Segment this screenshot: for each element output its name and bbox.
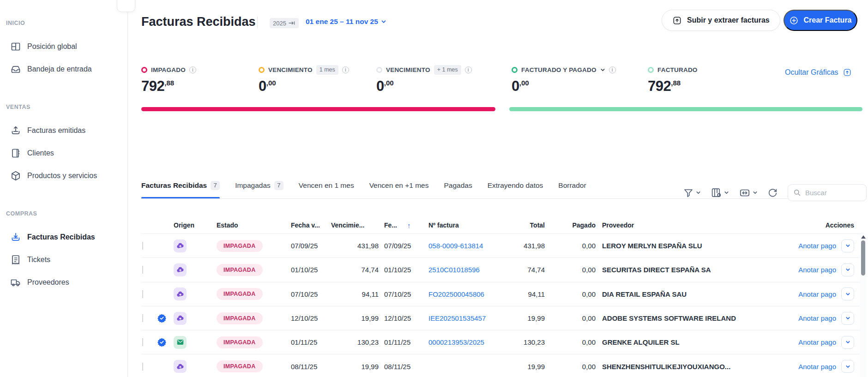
paid-cell: 0,00 (545, 363, 596, 371)
upload-invoices-button[interactable]: Subir y extraer facturas (662, 10, 780, 31)
due-amount-cell: 74,74 (324, 266, 379, 274)
chevron-down-icon (724, 190, 729, 195)
due-amount-cell: 19,99 (324, 363, 379, 371)
chevron-down-icon (845, 243, 850, 248)
tab[interactable]: Extrayendo datos (488, 172, 543, 199)
origin-icon (174, 239, 187, 252)
row-density-button[interactable] (739, 187, 758, 199)
record-payment-link[interactable]: Anotar pago (798, 242, 836, 250)
header-factura[interactable]: Nº factura (420, 221, 496, 229)
tab[interactable]: Pagadas (444, 172, 472, 199)
columns-settings-button[interactable] (711, 187, 729, 198)
header-total[interactable]: Total (496, 221, 545, 229)
scroll-up-arrow[interactable] (861, 235, 866, 239)
search-icon (793, 188, 802, 197)
row-actions-dropdown-button[interactable] (841, 287, 854, 300)
total-cell: 19,99 (496, 314, 545, 322)
row-actions-dropdown-button[interactable] (841, 312, 854, 325)
scrollbar-thumb[interactable] (861, 240, 865, 275)
row-actions-dropdown-button[interactable] (841, 263, 854, 276)
tab-bar: Facturas Recibidas 7 Impagadas 7 Vencen … (141, 172, 586, 199)
row-checkbox[interactable] (142, 242, 143, 250)
chevron-down-icon[interactable] (600, 67, 605, 72)
info-icon[interactable]: i (342, 66, 349, 73)
row-checkbox[interactable] (142, 266, 143, 274)
tab[interactable]: Facturas Recibidas 7 (141, 172, 220, 199)
invoice-number-link[interactable]: 058-0009-613814 (428, 242, 483, 250)
status-badge: IMPAGADA (217, 360, 263, 372)
status-badge: IMPAGADA (217, 264, 263, 276)
search-input[interactable] (805, 189, 856, 197)
row-actions-dropdown-button[interactable] (841, 239, 854, 252)
info-icon[interactable]: i (189, 66, 196, 73)
row-checkbox[interactable] (142, 290, 143, 298)
sidebar-item[interactable]: Clientes (0, 142, 128, 164)
row-checkbox[interactable] (142, 314, 143, 322)
table-row: IMPAGADA 07/10/25 94,11 07/10/25 FO20250… (141, 282, 860, 306)
invoice-number-link[interactable]: IEE202501535457 (428, 314, 486, 322)
invoice-number-link[interactable]: FO202500045806 (428, 290, 484, 298)
sidebar-item-icon (10, 64, 21, 75)
sidebar-item[interactable]: Facturas Recibidas (0, 226, 128, 248)
create-invoice-button[interactable]: Crear Factura (784, 10, 857, 31)
record-payment-link[interactable]: Anotar pago (798, 338, 836, 346)
refresh-button[interactable] (767, 187, 778, 198)
summary-card-value: 792,88 (648, 78, 759, 95)
sidebar-item[interactable]: Productos y servicios (0, 164, 128, 187)
sidebar-item[interactable]: Tickets (0, 248, 128, 271)
row-actions-dropdown-button[interactable] (841, 336, 854, 349)
year-chip[interactable]: 2025 (270, 18, 299, 28)
header-origen[interactable]: Origen (174, 221, 210, 229)
tab[interactable]: Impagadas 7 (235, 172, 283, 199)
tab-label: Borrador (558, 181, 586, 190)
summary-card: IMPAGADO i 792,88 (141, 64, 259, 95)
row-actions-dropdown-button[interactable] (841, 360, 854, 373)
header-estado[interactable]: Estado (210, 221, 284, 229)
total-cell: 431,98 (496, 242, 545, 250)
sidebar-item[interactable]: Bandeja de entrada (0, 58, 128, 80)
hide-charts-link[interactable]: Ocultar Gráficas (785, 68, 852, 77)
status-ring-icon (512, 67, 518, 73)
invoice-number-link[interactable]: 0000213953/2025 (428, 338, 484, 346)
header-proveedor[interactable]: Proveedor (596, 221, 785, 229)
date-cell: 07/09/25 (379, 242, 420, 250)
upload-icon (672, 16, 682, 25)
record-payment-link[interactable]: Anotar pago (798, 266, 836, 274)
sidebar-item[interactable]: Facturas emitidas (0, 119, 128, 142)
sidebar-item-icon (10, 254, 21, 265)
header-vencimiento[interactable]: Vencimie... (324, 221, 379, 229)
summary-card-chip: 1 mes (316, 65, 338, 75)
invoice-number-link[interactable]: 2510C01018596 (428, 266, 480, 274)
date-range-selector[interactable]: 01 ene 25 – 11 nov 25 (306, 18, 386, 26)
sidebar-section-ventas: VENTAS (0, 102, 128, 113)
summary-card: VENCIMIENTO 1 mes i 0,00 (259, 64, 376, 95)
provider-cell: SECURITAS DIRECT ESPAÑA SA (596, 266, 785, 274)
sidebar-collapse-button[interactable] (117, 0, 135, 12)
info-icon[interactable]: i (465, 66, 472, 73)
info-icon[interactable]: i (609, 66, 616, 73)
tab[interactable]: Vencen en +1 mes (369, 172, 429, 199)
sidebar-item[interactable]: Proveedores (0, 271, 128, 293)
tab[interactable]: Vencen en 1 mes (299, 172, 354, 199)
record-payment-link[interactable]: Anotar pago (798, 290, 836, 298)
filter-button[interactable] (683, 187, 701, 198)
tab[interactable]: Borrador (558, 172, 586, 199)
refresh-icon (767, 187, 778, 198)
sidebar-item-label: Facturas Recibidas (27, 233, 95, 241)
tab-count-badge: 7 (211, 181, 220, 190)
chevron-down-icon (845, 340, 850, 345)
header-fecha[interactable]: Fe... ↑ (379, 221, 420, 229)
origin-icon (174, 360, 187, 373)
sidebar-item-icon (10, 148, 21, 159)
record-payment-link[interactable]: Anotar pago (798, 363, 836, 371)
table-row: IMPAGADA 07/09/25 431,98 07/09/25 058-00… (141, 233, 860, 257)
sidebar-item-label: Facturas emitidas (27, 126, 85, 135)
row-checkbox[interactable] (142, 338, 143, 346)
header-fecha-vencimiento[interactable]: Fecha v... (284, 221, 324, 229)
horizontal-arrows-icon (739, 187, 751, 199)
row-checkbox[interactable] (142, 363, 143, 371)
date-cell: 12/10/25 (379, 314, 420, 322)
sidebar-item[interactable]: Posición global (0, 35, 128, 58)
record-payment-link[interactable]: Anotar pago (798, 314, 836, 322)
header-pagado[interactable]: Pagado (545, 221, 596, 229)
